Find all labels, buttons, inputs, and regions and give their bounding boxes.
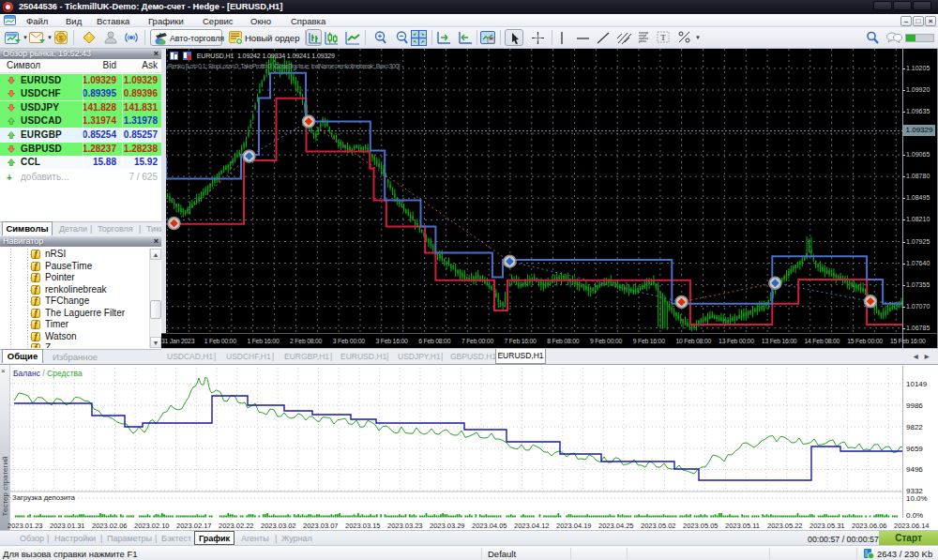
svg-text:T: T	[660, 33, 666, 42]
svg-text:$: $	[59, 34, 64, 42]
